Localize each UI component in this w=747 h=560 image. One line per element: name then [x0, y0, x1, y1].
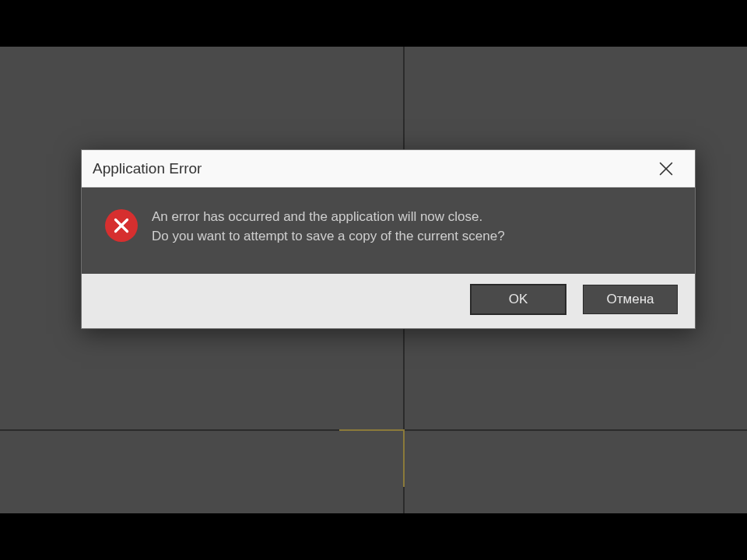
accent-vertical	[403, 431, 405, 487]
dialog-title: Application Error	[93, 160, 202, 177]
message-line-1: An error has occurred and the applicatio…	[152, 208, 505, 227]
message-line-2: Do you want to attempt to save a copy of…	[152, 227, 505, 247]
error-dialog: Application Error An error has occurred …	[81, 149, 696, 329]
close-button[interactable]	[648, 151, 684, 187]
dialog-message: An error has occurred and the applicatio…	[152, 208, 505, 246]
dialog-titlebar: Application Error	[82, 150, 695, 187]
dialog-footer: OK Отмена	[82, 274, 695, 328]
accent-horizontal	[339, 429, 405, 431]
close-icon	[659, 162, 673, 176]
ok-button[interactable]: OK	[471, 285, 566, 314]
cancel-button[interactable]: Отмена	[583, 285, 678, 314]
dialog-body: An error has occurred and the applicatio…	[82, 187, 695, 274]
error-icon	[105, 209, 138, 242]
